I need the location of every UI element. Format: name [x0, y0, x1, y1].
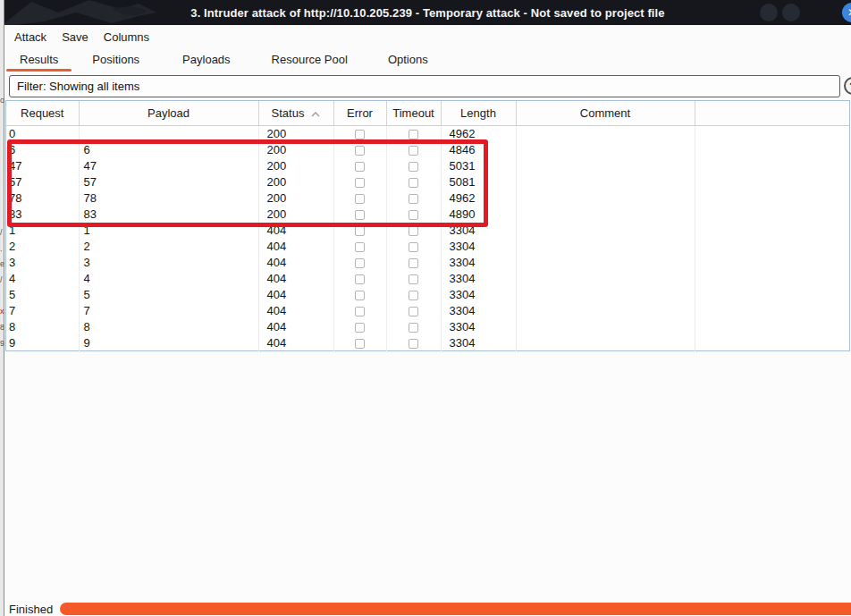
- results-table-panel: Request Payload Status Error Timeout Len…: [5, 100, 850, 351]
- error-checkbox: [355, 291, 365, 300]
- tab-options[interactable]: Options: [375, 48, 442, 72]
- tab-results[interactable]: Results: [6, 48, 72, 72]
- table-row[interactable]: 994043304: [6, 335, 849, 351]
- window-title: 3. Intruder attack of http://10.10.205.2…: [4, 6, 851, 20]
- background-text-fragment: /: [0, 276, 3, 284]
- tab-positions[interactable]: Positions: [79, 48, 153, 72]
- table-row[interactable]: 114043304: [6, 223, 849, 239]
- attack-status-label: Finished: [9, 603, 53, 616]
- error-checkbox: [355, 162, 365, 172]
- error-checkbox: [355, 226, 365, 236]
- timeout-checkbox: [409, 258, 418, 268]
- timeout-checkbox: [409, 162, 418, 172]
- error-checkbox: [355, 323, 365, 333]
- timeout-checkbox: [409, 307, 418, 316]
- timeout-checkbox: [409, 194, 418, 204]
- screen: o/.e/x89 3. Intruder attack of http://10…: [0, 0, 851, 616]
- error-checkbox: [355, 274, 365, 284]
- progress-bar-fill: [60, 603, 851, 615]
- tab-payloads[interactable]: Payloads: [169, 48, 243, 72]
- filter-row: Filter: Showing all items ?: [4, 72, 851, 100]
- timeout-checkbox: [409, 210, 418, 220]
- background-text-fragment: .: [0, 245, 3, 253]
- column-header-request[interactable]: Request: [6, 101, 79, 125]
- error-checkbox: [355, 258, 365, 268]
- background-text-fragment: x: [0, 308, 4, 316]
- error-checkbox: [355, 194, 365, 204]
- error-checkbox: [355, 242, 365, 252]
- table-row[interactable]: 78782004962: [6, 190, 849, 207]
- error-checkbox: [355, 307, 365, 316]
- column-header-extra: [695, 101, 849, 125]
- table-row[interactable]: 47472005031: [6, 158, 849, 174]
- column-header-error[interactable]: Error: [333, 101, 386, 125]
- sort-ascending-icon: [311, 106, 320, 120]
- timeout-checkbox: [409, 339, 418, 349]
- close-button[interactable]: ✕: [842, 3, 851, 22]
- table-row[interactable]: 334043304: [6, 255, 849, 271]
- column-header-payload[interactable]: Payload: [79, 101, 258, 125]
- table-row[interactable]: 554043304: [6, 287, 849, 303]
- table-row[interactable]: 02004962: [6, 125, 849, 142]
- timeout-checkbox: [409, 178, 418, 188]
- table-row[interactable]: 83832004890: [6, 207, 849, 223]
- tabbar: Results Positions Payloads Resource Pool…: [4, 48, 851, 72]
- table-row[interactable]: 444043304: [6, 271, 849, 287]
- background-text-fragment: 9: [0, 340, 4, 348]
- help-icon[interactable]: ?: [844, 77, 851, 95]
- error-checkbox: [355, 178, 365, 188]
- column-header-status[interactable]: Status: [258, 101, 333, 125]
- column-header-timeout[interactable]: Timeout: [386, 101, 441, 125]
- menu-save[interactable]: Save: [60, 30, 90, 44]
- error-checkbox: [355, 210, 365, 220]
- background-text-fragment: /: [0, 229, 3, 237]
- error-checkbox: [355, 146, 365, 156]
- background-text-fragment: e: [0, 260, 4, 268]
- results-table: Request Payload Status Error Timeout Len…: [6, 101, 849, 351]
- progress-bar: [60, 603, 851, 615]
- menu-attack[interactable]: Attack: [13, 30, 48, 44]
- table-header-row: Request Payload Status Error Timeout Len…: [6, 101, 849, 125]
- error-checkbox: [355, 339, 365, 349]
- column-header-length[interactable]: Length: [441, 101, 516, 125]
- background-text-fragment: o: [0, 97, 4, 105]
- timeout-checkbox: [409, 291, 418, 300]
- error-checkbox: [355, 130, 365, 139]
- minimize-button[interactable]: [760, 4, 778, 21]
- table-row[interactable]: 662004846: [6, 142, 849, 158]
- statusbar: Finished: [4, 601, 851, 616]
- table-row[interactable]: 57572005081: [6, 174, 849, 190]
- titlebar[interactable]: 3. Intruder attack of http://10.10.205.2…: [4, 0, 851, 25]
- table-row[interactable]: 224043304: [6, 239, 849, 255]
- column-header-comment[interactable]: Comment: [516, 101, 695, 125]
- timeout-checkbox: [409, 226, 418, 236]
- timeout-checkbox: [409, 130, 418, 139]
- timeout-checkbox: [409, 146, 418, 156]
- background-text-fragment: 8: [0, 324, 4, 332]
- table-row[interactable]: 884043304: [6, 319, 849, 335]
- timeout-checkbox: [409, 274, 418, 284]
- tab-resource-pool[interactable]: Resource Pool: [258, 48, 361, 72]
- menubar: Attack Save Columns: [4, 25, 851, 48]
- timeout-checkbox: [409, 242, 418, 252]
- intruder-attack-window: 3. Intruder attack of http://10.10.205.2…: [4, 0, 851, 616]
- menu-columns[interactable]: Columns: [102, 30, 151, 44]
- table-row[interactable]: 774043304: [6, 303, 849, 319]
- filter-bar[interactable]: Filter: Showing all items: [9, 75, 840, 97]
- maximize-button[interactable]: [782, 4, 800, 21]
- timeout-checkbox: [409, 323, 418, 333]
- background-window-sliver: o/.e/x89: [0, 0, 4, 616]
